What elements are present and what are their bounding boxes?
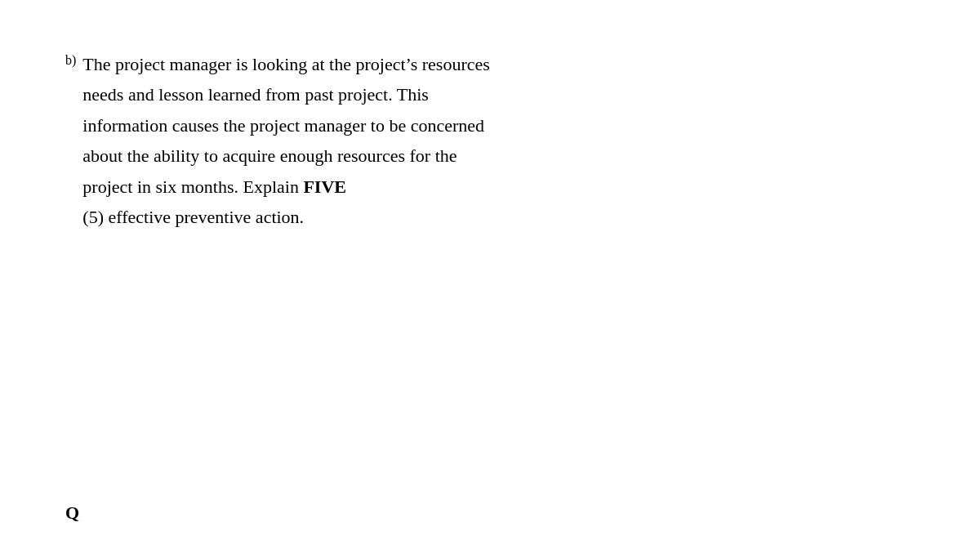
question-b-bold: FIVE [303,176,346,197]
footer-label-partial: Q [65,502,79,523]
question-footer: Q [65,502,79,524]
question-b-line1: The project manager is looking at the pr… [82,54,490,74]
question-b-label: b) [65,53,76,68]
question-b-line2: needs and lesson learned from past proje… [82,84,429,105]
question-b-line6: (5) effective preventive action. [82,207,304,227]
question-b-block: b) The project manager is looking at the… [65,49,915,232]
question-b-text: The project manager is looking at the pr… [82,49,490,232]
question-b-line3: information causes the project manager t… [82,115,484,136]
page-container: b) The project manager is looking at the… [0,0,980,540]
question-b-line5: project in six months. Explain [82,176,303,197]
question-block: b) The project manager is looking at the… [65,49,915,240]
question-b-line4: about the ability to acquire enough reso… [82,145,457,166]
